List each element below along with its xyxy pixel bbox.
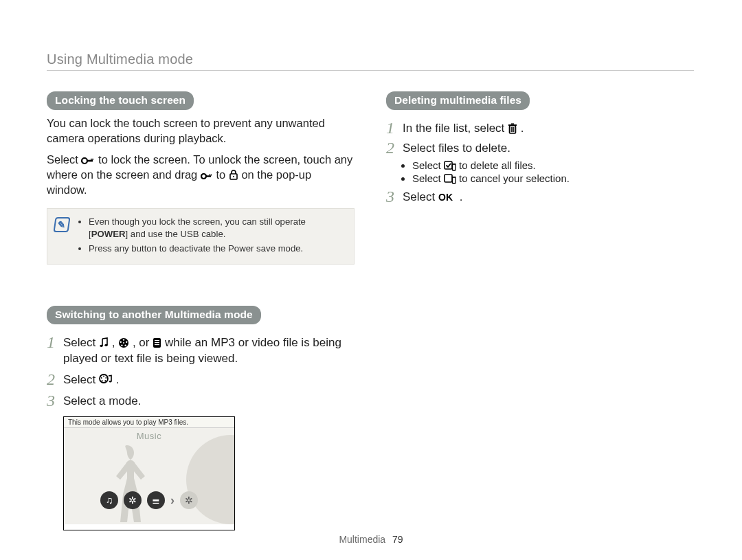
heading-locking: Locking the touch screen bbox=[47, 91, 194, 110]
screenshot-tip: This mode allows you to play MP3 files. bbox=[64, 417, 234, 428]
delete-step-3: 3 Select OK . bbox=[386, 188, 694, 205]
locking-body: You can lock the touch screen to prevent… bbox=[47, 115, 355, 197]
note-item-1: Even though you lock the screen, you can… bbox=[89, 216, 344, 240]
heading-deleting: Deleting multimedia files bbox=[386, 91, 530, 110]
silhouette-icon bbox=[106, 445, 149, 524]
heading-switching: Switching to another Multimedia mode bbox=[47, 306, 261, 324]
svg-point-11 bbox=[104, 344, 107, 346]
svg-point-13 bbox=[123, 339, 124, 340]
svg-point-10 bbox=[100, 344, 102, 346]
step-number: 2 bbox=[47, 371, 63, 388]
video-mode-icon: ✲ bbox=[124, 491, 142, 509]
svg-point-17 bbox=[120, 341, 122, 342]
delete-sub-1: Select to delete all files. bbox=[412, 159, 694, 171]
step-number: 3 bbox=[386, 188, 403, 205]
svg-point-0 bbox=[82, 158, 87, 164]
svg-point-4 bbox=[201, 174, 206, 179]
step-number: 2 bbox=[386, 139, 403, 157]
svg-rect-20 bbox=[155, 340, 159, 341]
delete-sub-2: Select to cancel your selection. bbox=[412, 172, 694, 184]
svg-rect-6 bbox=[209, 174, 210, 175]
svg-rect-34 bbox=[512, 127, 513, 132]
svg-point-25 bbox=[105, 377, 106, 379]
selected-mode-icon: ✲ bbox=[180, 491, 198, 509]
multimedia-mode-icon bbox=[99, 373, 113, 385]
svg-rect-35 bbox=[513, 127, 514, 132]
svg-point-9 bbox=[233, 176, 234, 177]
svg-rect-31 bbox=[508, 124, 517, 126]
music-note-icon bbox=[99, 337, 109, 348]
switch-step-2: 2 Select . bbox=[47, 371, 355, 388]
select-all-delete-icon bbox=[444, 161, 456, 171]
ok-icon: OK bbox=[438, 192, 456, 203]
delete-step-1: 1 In the file list, select . bbox=[386, 120, 694, 137]
svg-point-24 bbox=[103, 375, 104, 377]
svg-point-14 bbox=[126, 341, 127, 342]
svg-rect-32 bbox=[511, 124, 514, 125]
svg-point-16 bbox=[121, 344, 122, 346]
trash-icon bbox=[508, 123, 517, 134]
svg-rect-21 bbox=[155, 342, 159, 343]
film-reel-icon bbox=[118, 337, 129, 348]
running-head: Using Multimedia mode bbox=[47, 52, 694, 67]
svg-rect-39 bbox=[445, 175, 452, 182]
deselect-icon bbox=[444, 174, 456, 184]
text-mode-icon: ≣ bbox=[147, 491, 165, 509]
switch-step-1: 1 Select , , or while an MP3 or video fi… bbox=[47, 334, 355, 367]
svg-rect-33 bbox=[511, 127, 512, 132]
screenshot-body: Music ♫ ✲ ≣ › ✲ bbox=[64, 428, 234, 524]
svg-rect-40 bbox=[452, 177, 456, 183]
svg-point-28 bbox=[101, 377, 102, 379]
svg-rect-3 bbox=[93, 158, 94, 159]
svg-point-15 bbox=[125, 344, 126, 346]
svg-point-26 bbox=[104, 380, 106, 381]
step-number: 3 bbox=[47, 392, 63, 410]
chevron-right-icon: › bbox=[170, 493, 175, 508]
manual-page: Using Multimedia mode Locking the touch … bbox=[0, 0, 742, 560]
svg-point-29 bbox=[109, 381, 112, 383]
svg-rect-2 bbox=[91, 158, 92, 159]
key-icon bbox=[201, 172, 213, 181]
locking-para-1: You can lock the touch screen to prevent… bbox=[47, 115, 355, 146]
switch-step-3: 3 Select a mode. bbox=[47, 392, 355, 410]
note-box: ✎ Even though you lock the screen, you c… bbox=[47, 208, 355, 264]
screenshot-label: Music bbox=[64, 428, 234, 441]
step-number: 1 bbox=[47, 334, 63, 351]
right-column: Deleting multimedia files 1 In the file … bbox=[386, 91, 694, 530]
left-column: Locking the touch screen You can lock th… bbox=[47, 91, 355, 530]
svg-rect-41 bbox=[452, 177, 456, 177]
svg-rect-7 bbox=[210, 174, 212, 175]
footer-page: 79 bbox=[392, 534, 403, 545]
key-lock-icon bbox=[81, 156, 95, 166]
mode-screenshot: This mode allows you to play MP3 files. … bbox=[63, 416, 235, 530]
note-list: Even though you lock the screen, you can… bbox=[78, 216, 344, 256]
note-icon: ✎ bbox=[53, 217, 70, 232]
delete-sublist: Select to delete all files. Select to ca… bbox=[386, 159, 694, 184]
delete-step-2: 2 Select files to delete. bbox=[386, 139, 694, 157]
svg-rect-36 bbox=[445, 161, 452, 169]
note-item-2: Press any button to deactivate the Power… bbox=[89, 243, 344, 255]
svg-rect-1 bbox=[87, 159, 93, 161]
locking-para-2: Select to lock the screen. To unlock the… bbox=[47, 152, 355, 198]
svg-rect-5 bbox=[205, 175, 211, 177]
padlock-icon bbox=[229, 170, 238, 181]
svg-rect-22 bbox=[155, 344, 159, 345]
footer-section: Multimedia bbox=[339, 534, 385, 545]
screenshot-icon-row: ♫ ✲ ≣ › ✲ bbox=[64, 491, 234, 509]
content-columns: Locking the touch screen You can lock th… bbox=[47, 91, 694, 530]
step-number: 1 bbox=[386, 120, 403, 137]
svg-rect-38 bbox=[452, 164, 456, 164]
screenshot-decor-circle bbox=[186, 435, 235, 524]
svg-text:OK: OK bbox=[438, 192, 453, 203]
page-footer: Multimedia 79 bbox=[0, 534, 742, 545]
svg-point-27 bbox=[102, 380, 103, 381]
music-mode-icon: ♫ bbox=[100, 491, 118, 509]
svg-rect-37 bbox=[452, 164, 456, 170]
svg-point-18 bbox=[123, 342, 124, 344]
text-file-icon bbox=[153, 337, 161, 348]
head-rule bbox=[47, 70, 694, 71]
